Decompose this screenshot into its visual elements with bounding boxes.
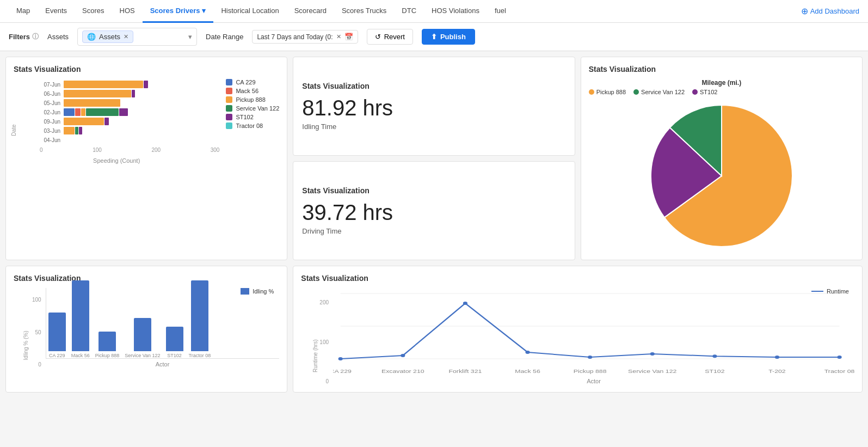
legend-color	[226, 96, 232, 103]
line-x-tick-label: Pickup 888	[574, 369, 607, 374]
date-range-select[interactable]: Last 7 Days and Today (0: ✕ 📅	[252, 30, 358, 44]
line-data-point	[463, 302, 467, 305]
nav-item-dtc[interactable]: DTC	[394, 0, 424, 23]
bar-segment	[144, 81, 148, 88]
bar-row: 07-Jun	[38, 81, 219, 88]
info-icon: ⓘ	[32, 32, 39, 41]
chevron-down-icon[interactable]: ▾	[188, 33, 192, 41]
bar-track	[64, 118, 219, 125]
bar-segment	[81, 108, 85, 116]
idling-time-label: Idling Time	[302, 123, 565, 131]
pie-chart-svg-container	[589, 100, 854, 252]
line-x-tick-label: ST102	[705, 369, 724, 374]
bar-date-label: 09-Jun	[38, 119, 60, 125]
filter-bar: Filters ⓘ Assets 🌐 Assets ✕ ▾ Date Range…	[0, 23, 868, 51]
date-range-value: Last 7 Days and Today (0:	[257, 33, 333, 41]
bar-row: 04-Jun	[38, 136, 219, 144]
nav-item-hos[interactable]: HOS	[112, 0, 143, 23]
bar-segment	[75, 108, 81, 116]
nav-item-scores-trucks[interactable]: Scores Trucks	[334, 0, 394, 23]
legend-color	[226, 79, 232, 85]
bar-x-tick: 0	[40, 147, 43, 153]
line-data-point	[525, 351, 530, 354]
vbar-y-tick: 100	[32, 297, 41, 303]
driving-time-value: 39.72 hrs	[302, 200, 565, 225]
bar-row: 02-Jun	[38, 108, 219, 116]
nav-item-hos-violations[interactable]: HOS Violations	[424, 0, 487, 23]
line-x-tick-label: CA 229	[333, 369, 352, 374]
bar-track	[64, 136, 219, 144]
date-range-clear-button[interactable]: ✕	[336, 33, 341, 40]
bar-row: 09-Jun	[38, 118, 219, 125]
line-chart-title: Stats Visualization	[301, 274, 854, 283]
bar-segment	[132, 90, 135, 97]
bar-row: 06-Jun	[38, 90, 219, 97]
pie-legend-label: Service Van 122	[641, 89, 685, 95]
bar-segment	[64, 108, 75, 116]
line-y-axis-label: Runtime (hrs)	[312, 339, 318, 372]
vbar-y-axis-label: Idling % (%)	[23, 331, 29, 360]
line-chart-path	[341, 303, 840, 359]
vbar-chart-title: Stats Visualization	[14, 274, 279, 283]
line-legend-icon	[811, 289, 823, 294]
vbar-bar	[99, 332, 116, 351]
bar-date-label: 04-Jun	[38, 137, 60, 143]
legend-item: Mack 56	[226, 88, 279, 94]
vbar-x-label: Actor	[46, 361, 280, 368]
vbar-actor-label: Mack 56	[71, 353, 90, 358]
driving-time-title: Stats Visualization	[302, 186, 565, 195]
driving-time-card: Stats Visualization 39.72 hrs Driving Ti…	[293, 161, 575, 260]
nav-item-map[interactable]: Map	[9, 0, 38, 23]
line-data-point	[338, 357, 343, 360]
vbar-bars-area: CA 229Mack 56Pickup 888Service Van 122ST…	[46, 288, 280, 368]
pie-legend-label: Pickup 888	[596, 89, 626, 95]
nav-item-scorecard[interactable]: Scorecard	[287, 0, 334, 23]
legend-item: Service Van 122	[226, 105, 279, 112]
line-data-point	[712, 354, 717, 358]
revert-icon: ↺	[375, 33, 381, 41]
bar-date-label: 07-Jun	[38, 82, 60, 88]
pie-legend-item: Service Van 122	[633, 89, 685, 95]
bar-x-tick: 300	[211, 147, 220, 153]
line-data-point	[401, 354, 405, 357]
asset-remove-button[interactable]: ✕	[124, 33, 128, 40]
legend-label: Tractor 08	[236, 123, 263, 129]
legend-item: Tractor 08	[226, 123, 279, 129]
pie-legend-label: ST102	[700, 89, 717, 95]
vbar-actor-label: Service Van 122	[125, 353, 160, 358]
bar-chart-plot: Date 07-Jun06-Jun05-Jun02-Jun09-Jun03-Ju…	[14, 79, 219, 164]
vbar-bar	[134, 318, 151, 351]
dashboard-grid: Stats Visualization Date 07-Jun06-Jun05-…	[0, 51, 868, 398]
assets-label: Assets	[47, 33, 69, 41]
vbar-actor-label: CA 229	[49, 353, 65, 358]
nav-item-fuel[interactable]: fuel	[487, 0, 514, 23]
bar-track	[64, 108, 219, 116]
nav-item-historical-location[interactable]: Historical Location	[213, 0, 286, 23]
vbar-column: Tractor 08	[189, 280, 211, 358]
assets-select[interactable]: 🌐 Assets ✕ ▾	[77, 28, 197, 46]
vbar-chart-body: Idling % (%) 100500 CA 229Mack 56Pickup …	[14, 288, 279, 368]
publish-button[interactable]: ⬆ Publish	[422, 29, 475, 45]
legend-label: CA 229	[236, 79, 255, 85]
line-x-tick-label: T-202	[768, 369, 785, 374]
bar-segment	[64, 81, 143, 88]
pie-legend-dot	[589, 89, 594, 95]
nav-item-events[interactable]: Events	[38, 0, 75, 23]
revert-button[interactable]: ↺ Revert	[367, 29, 413, 45]
line-x-label: Actor	[333, 378, 854, 384]
legend-label: Mack 56	[236, 88, 258, 94]
pie-legend-dot	[692, 89, 698, 95]
bar-x-axis: 0100200300	[40, 147, 219, 153]
line-x-tick-label: Forklift 321	[449, 369, 482, 374]
bar-segment	[64, 99, 120, 107]
asset-tag: 🌐 Assets ✕	[82, 30, 133, 43]
nav-item-scores[interactable]: Scores	[75, 0, 112, 23]
legend-label: Service Van 122	[236, 105, 279, 112]
chevron-down-icon: ▾	[202, 7, 206, 15]
bar-x-label: Speeding (Count)	[14, 157, 219, 164]
add-dashboard-button[interactable]: ⊕ Add Dashboard	[801, 6, 859, 16]
bar-row: 05-Jun	[38, 99, 219, 107]
line-x-tick-label: Service Van 122	[628, 369, 676, 374]
calendar-icon[interactable]: 📅	[344, 33, 353, 41]
nav-item-scores-drivers[interactable]: Scores Drivers ▾	[143, 0, 214, 23]
